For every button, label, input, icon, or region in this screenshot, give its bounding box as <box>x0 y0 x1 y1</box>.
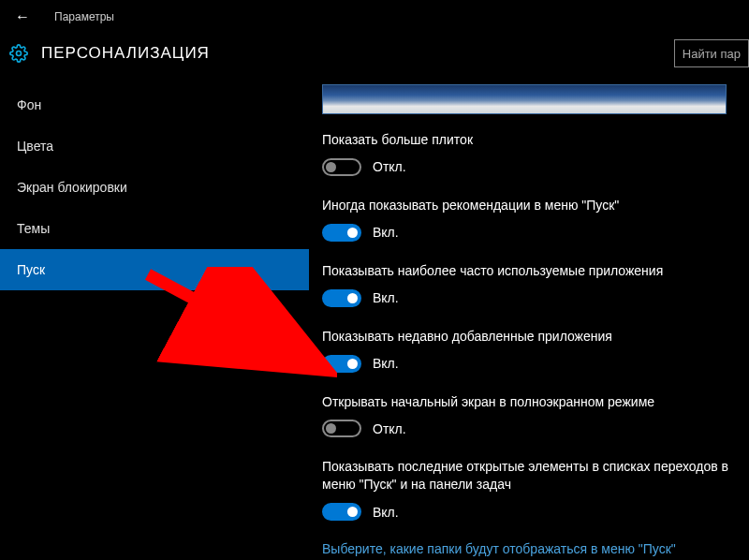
sidebar-item-colors[interactable]: Цвета <box>0 125 309 167</box>
toggle-state: Вкл. <box>373 225 399 240</box>
toggle-state: Вкл. <box>373 505 399 520</box>
sidebar-item-start[interactable]: Пуск <box>0 249 309 290</box>
toggle-state: Вкл. <box>373 356 399 371</box>
back-arrow-icon: ← <box>15 8 30 25</box>
topbar: ← Параметры <box>0 0 749 34</box>
sidebar: Фон Цвета Экран блокировки Темы Пуск <box>0 84 309 560</box>
setting-more-tiles: Показать больше плиток Откл. <box>322 131 736 176</box>
setting-most-used: Показывать наиболее часто используемые п… <box>322 262 736 307</box>
titlebar: ПЕРСОНАЛИЗАЦИЯ Найти пар <box>0 34 749 84</box>
setting-recommendations: Иногда показывать рекомендации в меню "П… <box>322 197 736 242</box>
setting-label: Показывать недавно добавленные приложени… <box>322 328 736 346</box>
back-button[interactable]: ← <box>7 2 37 32</box>
search-input[interactable]: Найти пар <box>674 39 749 67</box>
toggle-state: Откл. <box>373 159 406 174</box>
sidebar-item-label: Темы <box>17 221 50 236</box>
toggle-fullscreen-start[interactable] <box>322 420 361 437</box>
setting-recently-added: Показывать недавно добавленные приложени… <box>322 328 736 373</box>
toggle-recommendations[interactable] <box>322 224 361 242</box>
sidebar-item-label: Экран блокировки <box>17 180 127 195</box>
breadcrumb: Параметры <box>54 10 114 23</box>
setting-label: Показывать последние открытые элементы в… <box>322 458 736 494</box>
sidebar-item-background[interactable]: Фон <box>0 84 309 125</box>
toggle-knob-icon <box>347 507 358 517</box>
toggle-recently-added[interactable] <box>322 355 361 373</box>
toggle-knob-icon <box>347 293 358 303</box>
sidebar-item-themes[interactable]: Темы <box>0 208 309 249</box>
setting-fullscreen-start: Открывать начальный экран в полноэкранно… <box>322 393 736 438</box>
toggle-knob-icon <box>326 423 336 434</box>
choose-folders-link[interactable]: Выберите, какие папки будут отображаться… <box>322 541 736 556</box>
content-pane: Показать больше плиток Откл. Иногда пока… <box>309 84 749 560</box>
search-placeholder: Найти пар <box>683 47 741 61</box>
svg-point-0 <box>17 52 22 56</box>
gear-icon <box>9 44 28 63</box>
setting-label: Открывать начальный экран в полноэкранно… <box>322 393 736 411</box>
toggle-more-tiles[interactable] <box>322 158 361 176</box>
page-title: ПЕРСОНАЛИЗАЦИЯ <box>41 44 210 63</box>
toggle-state: Откл. <box>373 421 406 436</box>
toggle-knob-icon <box>347 359 358 369</box>
setting-label: Иногда показывать рекомендации в меню "П… <box>322 197 736 214</box>
toggle-knob-icon <box>347 228 358 238</box>
sidebar-item-lockscreen[interactable]: Экран блокировки <box>0 167 309 208</box>
start-preview-image <box>322 84 727 114</box>
sidebar-item-label: Фон <box>17 97 41 112</box>
main-layout: Фон Цвета Экран блокировки Темы Пуск Пок… <box>0 84 749 560</box>
toggle-jumplists[interactable] <box>322 503 361 521</box>
sidebar-item-label: Пуск <box>17 262 45 277</box>
toggle-state: Вкл. <box>373 290 399 305</box>
setting-jumplists: Показывать последние открытые элементы в… <box>322 458 736 521</box>
toggle-most-used[interactable] <box>322 289 361 307</box>
setting-label: Показать больше плиток <box>322 131 736 149</box>
setting-label: Показывать наиболее часто используемые п… <box>322 262 736 280</box>
toggle-knob-icon <box>326 162 336 172</box>
sidebar-item-label: Цвета <box>17 139 53 154</box>
